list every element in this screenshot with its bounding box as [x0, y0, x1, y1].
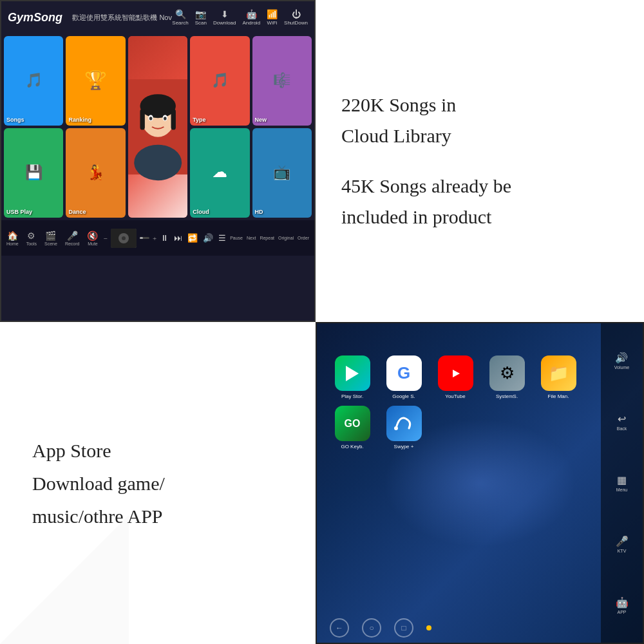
next-button[interactable]: ⏭ — [174, 233, 182, 243]
app-store-line3: music/othre APP — [32, 500, 165, 533]
volume-control[interactable]: 🔊 Volume — [614, 352, 629, 370]
back-icon: ↩ — [618, 413, 626, 425]
tile-usb[interactable]: 💾 USB Play — [4, 128, 63, 218]
type-icon: 🎵 — [211, 72, 229, 89]
ktv-label: KTV — [618, 549, 627, 553]
scene-control[interactable]: 🎬 Scene — [44, 231, 57, 246]
home-icon: 🏠 — [7, 231, 18, 241]
cloud-icon: ☁ — [213, 164, 227, 181]
google-search-app[interactable]: G Google S. — [381, 355, 426, 399]
tile-type[interactable]: 🎵 Type — [190, 36, 249, 126]
pause-label: Pause — [230, 236, 243, 240]
tile-dance[interactable]: 💃 Dance — [66, 128, 125, 218]
go-keyboard-label: GO Keyb. — [341, 444, 363, 450]
svg-point-12 — [122, 236, 126, 240]
wifi-icon: 📶 — [267, 9, 278, 19]
songs-count-line: 220K Songs in — [341, 90, 618, 120]
youtube-label: YouTube — [445, 393, 465, 399]
tile-songs[interactable]: 🎵 Songs — [4, 36, 63, 126]
original-label: Original — [278, 236, 294, 240]
app-store-line1: App Store — [32, 434, 165, 467]
android-label: Android — [243, 20, 261, 26]
karaoke-topbar: GymSong 歡迎使用雙系統智能點歌機 Nov 🔍 Search 📷 Scan… — [1, 1, 314, 33]
android-recent-btn[interactable]: □ — [394, 618, 413, 638]
svg-point-8 — [149, 117, 153, 120]
cloud-library-line: Cloud Library — [341, 120, 618, 151]
android-screen: Play Stor. G Google S. YouTube — [316, 322, 644, 644]
corner-decoration — [0, 515, 129, 644]
cloud-library-text: 220K Songs in Cloud Library 45K Songs al… — [341, 90, 618, 232]
youtube-app[interactable]: YouTube — [433, 355, 478, 399]
order-button[interactable]: ☰ — [218, 233, 226, 243]
android-icon-item[interactable]: 🤖 Android — [243, 9, 261, 26]
gymsong-logo: GymSong — [8, 11, 62, 24]
menu-icon: ▦ — [617, 474, 627, 486]
search-icon-item[interactable]: 🔍 Search — [172, 9, 188, 26]
swype-app[interactable]: Swype + — [381, 406, 426, 450]
go-keyboard-app[interactable]: GO GO Keyb. — [330, 406, 375, 450]
scene-label: Scene — [44, 242, 57, 246]
progress-container: − + — [103, 229, 156, 248]
dance-icon: 💃 — [87, 164, 104, 181]
android-app-grid: Play Stor. G Google S. YouTube — [317, 323, 598, 462]
menu-label: Menu — [616, 488, 628, 492]
back-control[interactable]: ↩ Back — [617, 413, 627, 431]
pause-button[interactable]: ⏸ — [160, 233, 169, 243]
dance-label: Dance — [68, 209, 86, 215]
file-manager-app[interactable]: 📁 File Man. — [536, 355, 581, 399]
tools-icon: ⚙ — [27, 231, 35, 241]
android-back-btn[interactable]: ← — [330, 618, 349, 638]
trophy-icon: 🏆 — [84, 70, 107, 91]
search-label: Search — [172, 20, 188, 26]
app-control[interactable]: 🤖 APP — [616, 596, 629, 614]
original-button[interactable]: 🔊 — [203, 233, 213, 243]
android-home-btn[interactable]: ○ — [362, 618, 381, 638]
tile-new[interactable]: 🎼 New — [252, 36, 312, 126]
shutdown-label: ShutDown — [284, 20, 308, 26]
repeat-label: Repeat — [260, 236, 274, 240]
menu-control[interactable]: ▦ Menu — [616, 474, 628, 492]
system-settings-label: SystemS. — [496, 393, 518, 399]
search-icon: 🔍 — [175, 9, 186, 19]
play-store-app[interactable]: Play Stor. — [330, 355, 375, 399]
now-playing-thumbnail — [111, 229, 137, 248]
wifi-icon-item[interactable]: 📶 WiFi — [267, 9, 278, 26]
svg-point-16 — [394, 426, 398, 430]
top-right-panel: 220K Songs in Cloud Library 45K Songs al… — [316, 0, 644, 322]
included-songs-line1: 45K Songs already be — [341, 171, 618, 202]
download-label: Download — [213, 20, 236, 26]
ktv-control[interactable]: 🎤 KTV — [616, 535, 629, 553]
progress-bar[interactable] — [140, 237, 149, 239]
shutdown-icon-item[interactable]: ⏻ ShutDown — [284, 9, 308, 26]
tile-singer-photo[interactable] — [128, 36, 187, 218]
file-manager-label: File Man. — [548, 393, 569, 399]
tile-cloud[interactable]: ☁ Cloud — [190, 128, 249, 218]
tile-hd[interactable]: 📺 HD — [252, 128, 312, 218]
app-store-line2: Download game/ — [32, 467, 165, 500]
bottom-icons-left: 🏠 Home ⚙ Tools 🎬 Scene 🎤 Record 🔇 — [6, 231, 98, 246]
play-controls: ⏸ ⏭ 🔁 🔊 ☰ — [160, 233, 226, 243]
scan-icon: 📷 — [195, 9, 206, 19]
google-search-label: Google S. — [392, 393, 415, 399]
bottom-left-panel: App Store Download game/ music/othre APP — [0, 322, 316, 644]
volume-minus-icon: − — [103, 234, 107, 242]
new-icon: 🎼 — [273, 72, 290, 89]
scan-icon-item[interactable]: 📷 Scan — [195, 9, 207, 26]
tools-control[interactable]: ⚙ Tools — [26, 231, 37, 246]
download-icon-item[interactable]: ⬇ Download — [213, 9, 236, 26]
record-control[interactable]: 🎤 Record — [65, 231, 80, 246]
tools-label: Tools — [26, 242, 37, 246]
hd-label: HD — [255, 209, 263, 215]
karaoke-icons: 🔍 Search 📷 Scan ⬇ Download 🤖 Android 📶 — [172, 9, 308, 26]
home-control[interactable]: 🏠 Home — [6, 231, 19, 246]
repeat-button[interactable]: 🔁 — [187, 233, 198, 243]
svg-point-9 — [164, 117, 167, 120]
tiles-grid: 🎵 Songs 🏆 Ranking — [1, 33, 314, 220]
system-settings-app[interactable]: ⚙ SystemS. — [484, 355, 529, 399]
type-label: Type — [193, 117, 205, 123]
mute-control[interactable]: 🔇 Mute — [87, 231, 98, 246]
system-settings-icon: ⚙ — [489, 355, 525, 391]
volume-plus-icon: + — [153, 234, 156, 242]
app-icon: 🤖 — [616, 596, 629, 609]
tile-ranking[interactable]: 🏆 Ranking — [66, 36, 125, 126]
